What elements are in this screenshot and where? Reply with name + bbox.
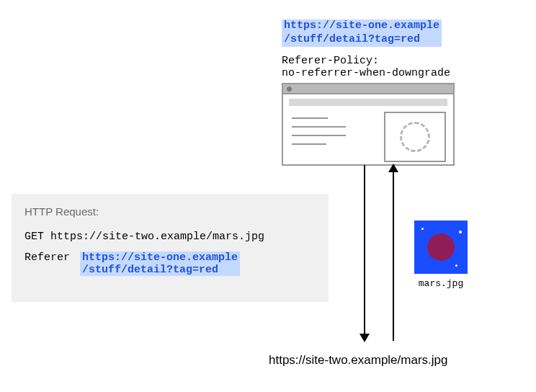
page-url: https://site-one.example /stuff/detail?t… — [282, 19, 442, 47]
page-url-line2: /stuff/detail?tag=red — [282, 33, 442, 47]
http-request-title: HTTP Request: — [24, 205, 316, 218]
image-placeholder-icon — [384, 112, 446, 162]
referer-value-line1: https://site-one.example — [80, 251, 240, 264]
page-url-line1: https://site-one.example — [282, 19, 442, 33]
browser-content — [289, 110, 447, 159]
star-icon — [455, 264, 457, 267]
arrow-down-icon — [364, 165, 365, 341]
target-url: https://site-two.example/mars.jpg — [269, 353, 447, 368]
browser-titlebar-icon — [283, 84, 453, 94]
referer-value: https://site-one.example /stuff/detail?t… — [80, 251, 240, 276]
image-loading-circle-icon — [400, 122, 430, 152]
referer-policy-header: Referer-Policy: — [282, 55, 450, 67]
referer-policy: Referer-Policy: no-referrer-when-downgra… — [282, 55, 450, 80]
arrow-up-icon — [393, 165, 394, 341]
browser-address-bar-icon — [289, 99, 447, 106]
star-icon — [459, 231, 462, 233]
http-get-line: GET https://site-two.example/mars.jpg — [24, 231, 316, 243]
planet-icon — [427, 233, 455, 261]
http-request-box: HTTP Request: GET https://site-two.examp… — [12, 194, 329, 302]
referer-policy-value: no-referrer-when-downgrade — [282, 67, 450, 79]
star-icon — [421, 228, 424, 230]
browser-window-icon — [282, 83, 455, 166]
referer-label: Referer — [24, 251, 70, 264]
browser-text-lines-icon — [292, 117, 346, 152]
referer-value-line2: /stuff/detail?tag=red — [80, 264, 240, 276]
mars-image-icon — [414, 220, 468, 274]
mars-filename: mars.jpg — [414, 278, 468, 289]
